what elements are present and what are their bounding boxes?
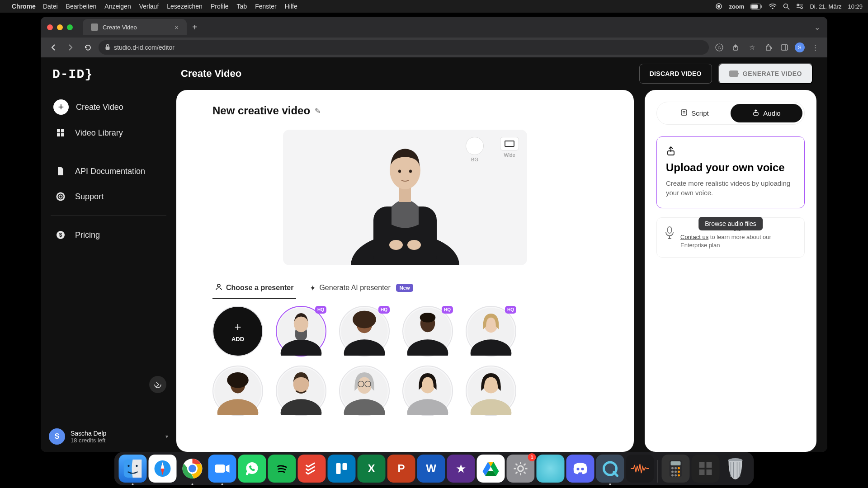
back-button[interactable]: [47, 41, 60, 54]
sidebar-item-api-docs[interactable]: API Documentation: [49, 159, 168, 184]
pencil-icon[interactable]: ✎: [315, 107, 321, 115]
profile-avatar[interactable]: S: [795, 42, 805, 52]
dock-safari[interactable]: [149, 455, 177, 483]
menubar-item[interactable]: Bearbeiten: [66, 3, 97, 10]
sparkle-icon: ✦: [310, 284, 316, 292]
dock-whatsapp[interactable]: [238, 455, 266, 483]
sidebar-item-pricing[interactable]: $ Pricing: [49, 222, 168, 248]
tab-choose-presenter[interactable]: Choose a presenter: [212, 279, 296, 297]
svg-point-30: [398, 170, 401, 173]
discard-video-button[interactable]: DISCARD VIDEO: [639, 64, 712, 84]
menubar-date[interactable]: Di. 21. März: [810, 3, 841, 10]
upload-voice-card[interactable]: Upload your own voice Create more realis…: [656, 136, 805, 208]
presenter-avatar[interactable]: HQ: [339, 306, 390, 357]
aspect-wide-tool[interactable]: Wide: [500, 137, 519, 158]
address-bar[interactable]: studio.d-id.com/editor: [99, 40, 709, 55]
sidebar-item-video-library[interactable]: Video Library: [49, 120, 168, 145]
svg-point-34: [217, 284, 220, 287]
minimize-window-button[interactable]: [57, 24, 63, 30]
menubar-item[interactable]: Verlauf: [139, 3, 159, 10]
presenter-avatar[interactable]: [466, 366, 516, 416]
kebab-menu-icon[interactable]: ⋮: [809, 42, 821, 53]
dock-excel[interactable]: X: [358, 455, 386, 483]
menubar-item[interactable]: Anzeigen: [104, 3, 131, 10]
menubar-app-name[interactable]: Chrome: [12, 3, 36, 10]
dock-separator: [658, 460, 658, 483]
menubar-item[interactable]: Hilfe: [285, 3, 297, 10]
menubar-item[interactable]: Datei: [43, 3, 58, 10]
tab-dropdown-icon[interactable]: ⌄: [814, 23, 820, 32]
dock-google-drive[interactable]: [477, 455, 505, 483]
dock-powerpoint[interactable]: P: [387, 455, 415, 483]
google-account-icon[interactable]: G: [713, 42, 725, 53]
presenter-avatar[interactable]: HQ: [402, 306, 453, 357]
menubar-item[interactable]: Profile: [211, 3, 229, 10]
presenter-avatar[interactable]: [212, 366, 263, 416]
dock-word[interactable]: W: [417, 455, 445, 483]
dock-app-cyan[interactable]: [537, 455, 565, 483]
tab-generate-presenter[interactable]: ✦ Generate AI presenter New: [307, 279, 416, 297]
dock-system-settings[interactable]: 1: [507, 455, 535, 483]
account-menu[interactable]: S Sascha Delp 18 credits left ▾: [49, 428, 168, 445]
svg-rect-4: [761, 5, 762, 8]
menubar-time[interactable]: 10:29: [848, 3, 863, 10]
dock-app-dark[interactable]: [692, 455, 720, 483]
zoom-status[interactable]: zoom: [729, 3, 744, 10]
dock-discord[interactable]: [566, 455, 594, 483]
presenter-avatar[interactable]: HQ: [276, 306, 326, 357]
dock-trash[interactable]: [722, 455, 750, 483]
svg-text:$: $: [59, 232, 62, 238]
collapse-sidebar-button[interactable]: [149, 376, 166, 393]
add-presenter-button[interactable]: + ADD: [212, 306, 263, 357]
close-tab-icon[interactable]: ×: [175, 23, 179, 31]
sidebar-item-create-video[interactable]: + Create Video: [49, 94, 168, 120]
svg-point-42: [353, 311, 376, 328]
control-center-icon[interactable]: [796, 3, 803, 9]
dock-trello[interactable]: [328, 455, 356, 483]
audio-tab[interactable]: Audio: [731, 104, 802, 122]
search-icon[interactable]: [783, 3, 790, 10]
menubar-item[interactable]: Tab: [237, 3, 247, 10]
presenter-avatar[interactable]: [276, 366, 326, 416]
forward-button[interactable]: [64, 41, 77, 54]
sidebar-item-support[interactable]: Support: [49, 184, 168, 209]
dock-todoist[interactable]: [298, 455, 326, 483]
battery-icon[interactable]: [750, 4, 762, 9]
close-window-button[interactable]: [47, 24, 53, 30]
dock-calculator[interactable]: [662, 455, 690, 483]
dock-zoom[interactable]: [208, 455, 236, 483]
menubar-item[interactable]: Lesezeichen: [167, 3, 203, 10]
dock-quicktime[interactable]: [596, 455, 624, 483]
share-icon[interactable]: [730, 42, 741, 53]
wifi-icon[interactable]: [769, 4, 777, 9]
svg-point-53: [227, 372, 249, 388]
tab-title: Create Video: [103, 24, 137, 31]
bookmark-star-icon[interactable]: ☆: [746, 42, 758, 53]
extensions-icon[interactable]: [762, 42, 774, 53]
generate-video-button[interactable]: GENERATE VIDEO: [718, 63, 813, 84]
maximize-window-button[interactable]: [67, 24, 73, 30]
svg-point-94: [518, 466, 524, 471]
video-camera-icon: [729, 70, 738, 77]
contact-us-link[interactable]: Contact us: [680, 234, 708, 240]
sidebar-item-label: Pricing: [75, 230, 100, 240]
dock-chrome[interactable]: [179, 455, 207, 483]
dock-audio-app[interactable]: [626, 455, 654, 483]
presenter-avatar[interactable]: HQ: [466, 306, 516, 357]
reload-button[interactable]: [81, 41, 94, 54]
screen-record-icon[interactable]: [715, 3, 722, 10]
brand-logo[interactable]: D-ID}: [41, 67, 176, 94]
script-tab[interactable]: Script: [659, 104, 731, 122]
dock-imovie[interactable]: ★: [447, 455, 475, 483]
browser-tab[interactable]: Create Video ×: [83, 19, 187, 35]
clone-voice-card[interactable]: Browse audio files xxxxxxxxxxxxxxxxxxdio…: [656, 217, 805, 258]
dock-finder[interactable]: [119, 455, 147, 483]
menubar-item[interactable]: Fenster: [255, 3, 276, 10]
dock-spotify[interactable]: [268, 455, 296, 483]
presenter-avatar[interactable]: [402, 366, 453, 416]
video-name[interactable]: New creative video: [212, 104, 310, 117]
sidepanel-icon[interactable]: [778, 42, 790, 53]
presenter-avatar[interactable]: [339, 366, 390, 416]
new-tab-button[interactable]: +: [192, 22, 198, 33]
background-tool[interactable]: BG: [466, 137, 484, 162]
